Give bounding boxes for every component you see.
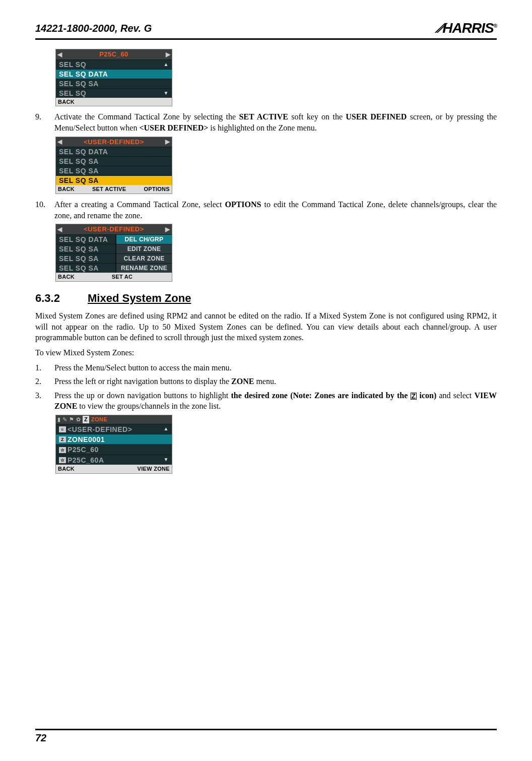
status-icon-bar: ▮ ✎ ⚑ ✿ Z ZONE xyxy=(56,415,172,424)
right-arrow-icon: ▶ xyxy=(165,138,170,146)
softkey-back: BACK xyxy=(58,273,75,281)
substep-2: 2. Press the left or right navigation bu… xyxy=(35,376,497,387)
softkey-back: BACK xyxy=(58,465,75,473)
screen-title-bar: ◀ <USER-DEFINED> ▶ xyxy=(56,224,172,234)
softkey-bar: BACK SET AC xyxy=(56,273,172,281)
list-icon: ≡ xyxy=(59,426,66,432)
paragraph: Mixed System Zones are defined using RPM… xyxy=(35,310,497,343)
star-icon: ☆ xyxy=(59,457,66,463)
popup-item-clear-zone: CLEAR ZONE xyxy=(116,253,172,263)
softkey-back: BACK xyxy=(58,98,75,106)
list-item: SEL SQ SA xyxy=(56,166,172,175)
screen-title-bar: ◀ <USER-DEFINED> ▶ xyxy=(56,137,172,147)
softkey-view-zone: VIEW ZONE xyxy=(138,465,170,473)
radio-screenshot-3: ◀ <USER-DEFINED> ▶ SEL SQ DATA SEL SQ SA… xyxy=(55,224,172,281)
screen-title: <USER-DEFINED> xyxy=(84,138,144,147)
up-arrow-icon: ▲ xyxy=(164,424,169,433)
substep-3: 3. Press the up or down navigation butto… xyxy=(35,390,497,412)
list-item: ☆P25C_60A▼ xyxy=(56,455,172,465)
page-number: 72 xyxy=(35,732,497,744)
star-icon: ☆ xyxy=(59,447,66,453)
list-item-selected: ZZONE0001 xyxy=(56,434,172,444)
options-popup: DEL CH/GRP EDIT ZONE CLEAR ZONE RENAME Z… xyxy=(115,234,172,273)
list-item: SEL SQ DATA xyxy=(56,147,172,156)
zone-icon: Z xyxy=(411,393,417,400)
step-9: 9. Activate the Command Tactical Zone by… xyxy=(35,111,497,133)
main-content: ◀ P25C_60 ▶ SEL SQ▲ SEL SQ DATA SEL SQ S… xyxy=(35,49,497,474)
list-item: ≡<USER-DEFINED>▲ xyxy=(56,424,172,434)
step-10: 10. After a creating a Command Tactical … xyxy=(35,199,497,221)
right-arrow-icon: ▶ xyxy=(165,225,170,233)
paragraph: To view Mixed System Zones: xyxy=(35,347,497,358)
section-heading: 6.3.2Mixed System Zone xyxy=(35,291,497,306)
right-arrow-icon: ▶ xyxy=(166,50,171,58)
list-item: SEL SQ▼ xyxy=(56,88,172,98)
softkey-back: BACK xyxy=(58,185,75,193)
radio-screenshot-1: ◀ P25C_60 ▶ SEL SQ▲ SEL SQ DATA SEL SQ S… xyxy=(55,49,172,106)
softkey-set-active: SET ACTIVE xyxy=(75,185,144,193)
signal-icon: ▮ xyxy=(57,416,60,423)
left-arrow-icon: ◀ xyxy=(57,225,62,233)
popup-item-rename-zone: RENAME ZONE xyxy=(116,263,172,273)
list-item-selected: SEL SQ DATA xyxy=(56,69,172,79)
substep-1: 1. Press the Menu/Select button to acces… xyxy=(35,362,497,373)
list-item: ☆P25C_60 xyxy=(56,444,172,454)
left-arrow-icon: ◀ xyxy=(57,50,62,58)
screen-title-bar: ◀ P25C_60 ▶ xyxy=(56,49,172,59)
list-item: SEL SQ SA xyxy=(56,79,172,88)
screen-title: P25C_60 xyxy=(99,50,128,59)
harris-logo: ⁄⁄HARRIS® xyxy=(439,20,497,36)
popup-item-edit-zone: EDIT ZONE xyxy=(116,244,172,253)
section-number: 6.3.2 xyxy=(35,291,88,306)
page-footer: 72 xyxy=(35,729,497,744)
softkey-options: OPTIONS xyxy=(144,185,170,193)
list-item: SEL SQ▲ xyxy=(56,59,172,69)
page-header: 14221-1800-2000, Rev. G ⁄⁄HARRIS® xyxy=(35,20,497,40)
left-arrow-icon: ◀ xyxy=(57,138,62,146)
popup-item-del-ch-grp: DEL CH/GRP xyxy=(116,234,172,244)
section-title: Mixed System Zone xyxy=(88,292,191,304)
zone-icon: Z xyxy=(59,436,66,442)
list-item: SEL SQ SA xyxy=(56,156,172,166)
document-id: 14221-1800-2000, Rev. G xyxy=(35,23,152,34)
down-arrow-icon: ▼ xyxy=(164,455,169,464)
flag-icon: ⚑ xyxy=(69,416,74,423)
list-item-selected: SEL SQ SA xyxy=(56,175,172,185)
softkey-bar: BACK VIEW ZONE xyxy=(56,465,172,473)
tool-icon: ✎ xyxy=(62,416,67,423)
gear-icon: ✿ xyxy=(76,416,81,423)
screen-title: ZONE xyxy=(91,416,108,423)
radio-screenshot-4: ▮ ✎ ⚑ ✿ Z ZONE ≡<USER-DEFINED>▲ ZZONE000… xyxy=(55,415,172,474)
softkey-set-active: SET AC xyxy=(75,273,170,281)
radio-screenshot-2: ◀ <USER-DEFINED> ▶ SEL SQ DATA SEL SQ SA… xyxy=(55,137,172,194)
down-arrow-icon: ▼ xyxy=(164,89,169,98)
screen-title: <USER-DEFINED> xyxy=(84,225,144,234)
softkey-bar: BACK SET ACTIVE OPTIONS xyxy=(56,185,172,194)
up-arrow-icon: ▲ xyxy=(164,60,169,69)
zone-indicator-icon: Z xyxy=(83,416,89,423)
softkey-bar: BACK xyxy=(56,98,172,106)
